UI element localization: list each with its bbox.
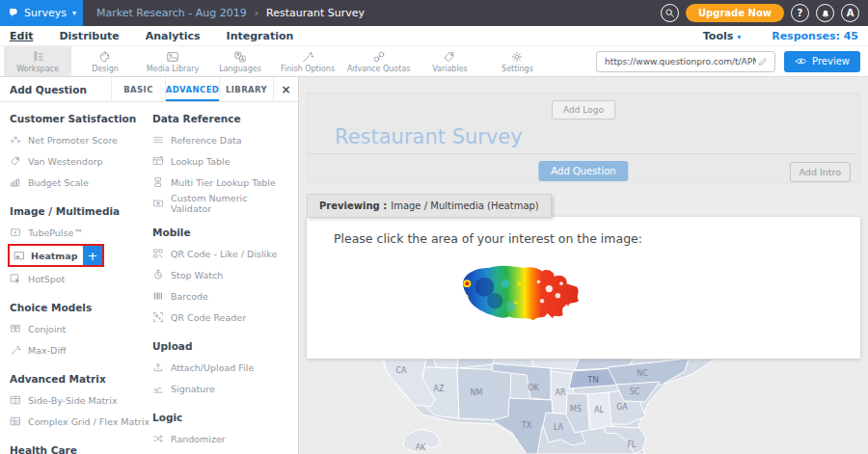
search-button[interactable] [661, 4, 679, 22]
languages-icon [233, 50, 247, 64]
panel-column-2: Data Reference Reference Data Lookup Tab… [150, 106, 290, 454]
workspace-icon [31, 50, 44, 64]
question-type-randomizer[interactable]: Randomizer [150, 428, 290, 449]
bell-icon [820, 8, 831, 19]
question-type-net-promoter-score[interactable]: Net Promoter Score [8, 129, 150, 150]
question-type-barcode[interactable]: Barcode [150, 285, 290, 307]
breadcrumb-project[interactable]: Market Research - Aug 2019 [96, 7, 247, 19]
menu-item-integration[interactable]: Integration [227, 30, 294, 42]
state-label: CA [395, 366, 407, 375]
upgrade-now-button[interactable]: Upgrade Now [686, 4, 784, 22]
responses-count-link[interactable]: Responses: 45 [772, 30, 858, 42]
state-label: LA [554, 423, 564, 432]
search-icon [665, 8, 675, 18]
question-type-side-by-side-matrix[interactable]: Side-By-Side Matrix [8, 389, 150, 411]
toolbar-item-variables[interactable]: Variables [416, 46, 483, 76]
us-map-background: CA AZ NM OK AR TN NC SC MS AL GA TX LA F… [299, 359, 868, 454]
preview-button[interactable]: Preview [784, 51, 860, 72]
question-type-van-westendorp[interactable]: Van Westendorp [8, 150, 150, 172]
state-label: FL [627, 441, 637, 449]
toolbar-item-finish-options[interactable]: Finish Options [274, 46, 341, 76]
question-type-attach-upload[interactable]: Attach/Upload File [150, 357, 290, 378]
state-label: TX [521, 421, 532, 430]
upload-icon [152, 361, 164, 373]
section-title: Choice Models [10, 302, 150, 313]
survey-title[interactable]: Restaurant Survey [335, 125, 523, 148]
add-logo-button[interactable]: Add Logo [552, 100, 615, 120]
close-icon[interactable]: × [273, 77, 298, 101]
side-by-side-icon [10, 394, 21, 406]
question-type-custom-logic[interactable]: Custom Logic Engine [150, 449, 290, 454]
lookup-table-icon [152, 155, 164, 167]
stopwatch-icon [152, 269, 164, 280]
question-type-budget-scale[interactable]: Budget Scale [8, 172, 150, 193]
question-type-lookup-table[interactable]: Lookup Table [150, 150, 290, 172]
topbar-actions: Upgrade Now ? A [661, 4, 868, 22]
us-map-svg: CA AZ NM OK AR TN NC SC MS AL GA TX LA F… [299, 359, 868, 454]
question-preview-panel: Please click the area of your interest o… [307, 217, 860, 359]
state-label: NC [637, 369, 648, 378]
toolbar-item-advance-quotas[interactable]: Advance Quotas [341, 46, 416, 76]
menu-item-distribute[interactable]: Distribute [59, 30, 119, 42]
question-type-multi-tier-lookup[interactable]: Multi Tier Lookup Table [150, 172, 290, 193]
heatmap-item-highlight: Heatmap + [8, 244, 104, 267]
survey-canvas: Add Logo Restaurant Survey Add Question … [299, 77, 868, 454]
qr-code-icon [152, 248, 164, 259]
question-type-reference-data[interactable]: Reference Data [150, 129, 290, 150]
section-menu-bar: Edit Distribute Analytics Integration To… [0, 26, 868, 46]
section-title: Customer Satisfaction [10, 113, 150, 124]
section-title: Upload [152, 340, 290, 352]
tab-advanced[interactable]: ADVANCED [165, 77, 219, 101]
add-heatmap-question-button[interactable]: + [83, 246, 102, 265]
variables-icon [443, 50, 456, 64]
toolbar-item-design[interactable]: Design [71, 46, 139, 76]
survey-url-field[interactable] [596, 51, 775, 72]
randomizer-icon [152, 433, 164, 444]
questionpro-logo-icon [7, 6, 19, 20]
advance-quotas-icon [372, 50, 386, 64]
tab-library[interactable]: LIBRARY [219, 77, 273, 101]
survey-header-card: Add Logo Restaurant Survey Add Question … [307, 93, 860, 183]
toolbar-item-workspace[interactable]: Workspace [4, 46, 71, 76]
add-question-panel: Add Question BASIC ADVANCED LIBRARY × Cu… [0, 77, 299, 454]
edit-url-pencil-icon[interactable] [758, 56, 769, 67]
chevron-down-icon: ▾ [737, 33, 741, 41]
conjoint-icon [10, 323, 21, 334]
breadcrumb-survey: Restaurant Survey [266, 7, 365, 19]
finish-options-icon [301, 50, 314, 64]
surveys-product-menu[interactable]: Surveys ▾ [0, 0, 83, 26]
question-type-complex-grid[interactable]: Complex Grid / Flex Matrix [8, 411, 150, 432]
help-button[interactable]: ? [791, 4, 809, 22]
toolbar-item-settings[interactable]: Settings [483, 46, 551, 76]
survey-url-input[interactable] [603, 56, 758, 67]
menu-item-analytics[interactable]: Analytics [146, 30, 201, 42]
help-label: ? [798, 8, 803, 18]
toolbar-item-languages[interactable]: Languages [206, 46, 274, 76]
question-type-signature[interactable]: Signature [150, 378, 290, 399]
menu-item-edit[interactable]: Edit [10, 30, 33, 42]
media-library-icon [166, 50, 179, 64]
usa-heatmap-image[interactable] [451, 257, 598, 331]
product-label: Surveys [24, 7, 67, 19]
complex-grid-icon [10, 415, 21, 427]
toolbar-right: Preview [596, 46, 868, 76]
question-type-heatmap[interactable]: Heatmap [14, 250, 77, 261]
question-type-qr-like-dislike[interactable]: QR Code - Like / Dislike [150, 243, 290, 264]
question-type-stop-watch[interactable]: Stop Watch [150, 264, 290, 285]
question-type-numeric-validator[interactable]: Custom Numeric Validator [150, 193, 290, 214]
state-label: AL [594, 406, 604, 414]
add-question-button[interactable]: Add Question [538, 161, 628, 181]
question-type-conjoint[interactable]: Conjoint [8, 318, 150, 339]
question-type-tubepulse[interactable]: TubePulse™ [8, 222, 150, 243]
add-intro-button[interactable]: Add Intro [790, 162, 851, 182]
state-label: TN [586, 375, 599, 385]
tab-basic[interactable]: BASIC [111, 77, 165, 101]
state-label: NM [471, 388, 483, 397]
question-type-hotspot[interactable]: HotSpot [8, 268, 150, 289]
question-type-qr-reader[interactable]: QR Code Reader [150, 307, 290, 328]
avatar[interactable]: A [841, 4, 859, 22]
toolbar-item-media-library[interactable]: Media Library [139, 46, 206, 76]
question-type-max-diff[interactable]: Max-Diff [8, 339, 150, 361]
notifications-button[interactable] [816, 4, 834, 22]
tools-dropdown[interactable]: Tools ▾ [703, 30, 741, 42]
